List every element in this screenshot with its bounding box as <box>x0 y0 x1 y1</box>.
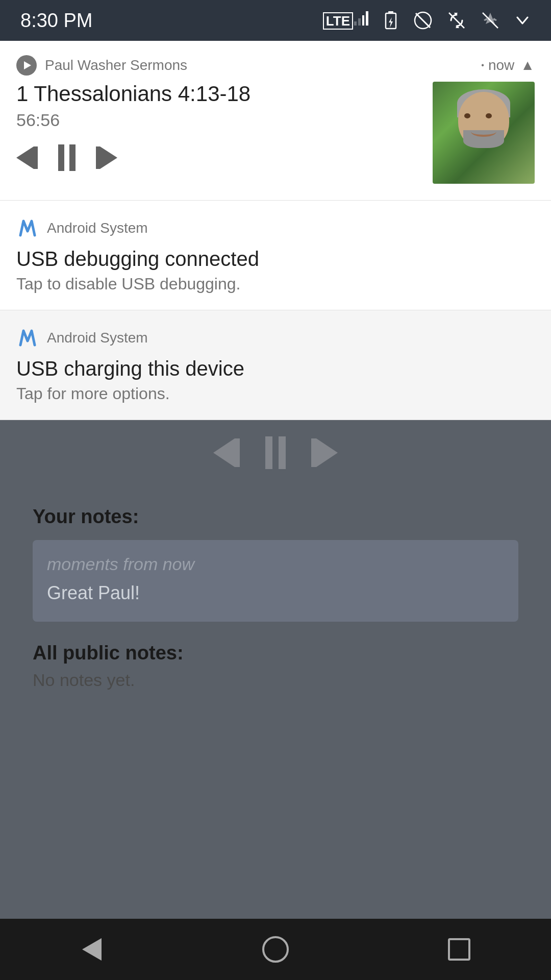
nav-back-icon <box>82 938 102 961</box>
media-content: 1 Thessalonians 4:13-18 56:56 <box>16 82 535 184</box>
nav-home-icon <box>262 936 289 963</box>
dimmed-media-controls <box>16 436 535 469</box>
notes-section: Your notes: moments from now Great Paul!… <box>16 489 535 706</box>
media-time-ago: now <box>488 57 514 74</box>
notif2-title: USB charging this device <box>16 357 535 380</box>
media-next-button[interactable] <box>100 146 117 169</box>
status-time: 8:30 PM <box>20 10 93 32</box>
rotation-icon <box>447 11 466 30</box>
public-notes-label: All public notes: <box>33 642 518 664</box>
notif1-app-name: Android System <box>47 220 148 236</box>
media-info: 1 Thessalonians 4:13-18 56:56 <box>16 82 422 171</box>
media-notification-header: Paul Washer Sermons • now ▲ <box>16 55 535 76</box>
svg-line-4 <box>416 13 430 28</box>
android-n-icon-1 <box>16 217 39 239</box>
notes-input-area[interactable]: moments from now Great Paul! <box>33 540 518 622</box>
notif1-body: Tap to disable USB debugging. <box>16 275 535 293</box>
media-notification[interactable]: Paul Washer Sermons • now ▲ 1 Thessaloni… <box>0 41 551 201</box>
media-expand-icon[interactable]: ▲ <box>520 57 535 74</box>
battery-charging-icon <box>383 10 399 31</box>
dimmed-next-icon <box>316 438 338 467</box>
nav-bar <box>0 919 551 980</box>
nav-recents-icon <box>448 938 470 961</box>
notif2-app-name: Android System <box>47 330 148 346</box>
notif1-header: Android System <box>16 217 535 239</box>
svg-rect-1 <box>388 11 393 14</box>
notes-content: Great Paul! <box>47 582 504 604</box>
svg-marker-2 <box>389 17 393 28</box>
lte-signal-icon: LTE <box>323 11 368 30</box>
notification-panel: Paul Washer Sermons • now ▲ 1 Thessaloni… <box>0 41 551 420</box>
notif2-body: Tap for more options. <box>16 384 535 403</box>
notif2-header: Android System <box>16 327 535 349</box>
status-icons: LTE <box>323 10 531 31</box>
notif1-title: USB debugging connected <box>16 248 535 271</box>
public-notes-empty: No notes yet. <box>33 670 518 690</box>
media-duration: 56:56 <box>16 110 422 130</box>
media-pause-button[interactable] <box>58 144 76 171</box>
app-background: Your notes: moments from now Great Paul!… <box>0 420 551 726</box>
media-thumbnail <box>433 82 535 184</box>
nav-back-button[interactable] <box>71 929 112 970</box>
android-n-icon-2 <box>16 327 39 349</box>
dimmed-prev-icon <box>213 438 235 467</box>
notes-section-label: Your notes: <box>33 506 518 528</box>
status-bar: 8:30 PM LTE <box>0 0 551 41</box>
dnd-icon <box>413 11 433 30</box>
usb-debug-notification[interactable]: Android System USB debugging connected T… <box>0 201 551 310</box>
nav-home-button[interactable] <box>255 929 296 970</box>
media-play-icon <box>16 55 37 76</box>
media-controls <box>16 144 422 171</box>
nav-recents-button[interactable] <box>439 929 480 970</box>
notes-placeholder: moments from now <box>47 554 504 574</box>
airplane-mode-icon <box>481 11 500 30</box>
media-prev-button[interactable] <box>16 146 34 169</box>
media-title: 1 Thessalonians 4:13-18 <box>16 82 422 106</box>
expand-down-icon[interactable] <box>514 12 531 29</box>
dimmed-pause-icon <box>265 436 286 469</box>
media-app-name: Paul Washer Sermons <box>45 57 477 74</box>
usb-charging-notification[interactable]: Android System USB charging this device … <box>0 310 551 420</box>
